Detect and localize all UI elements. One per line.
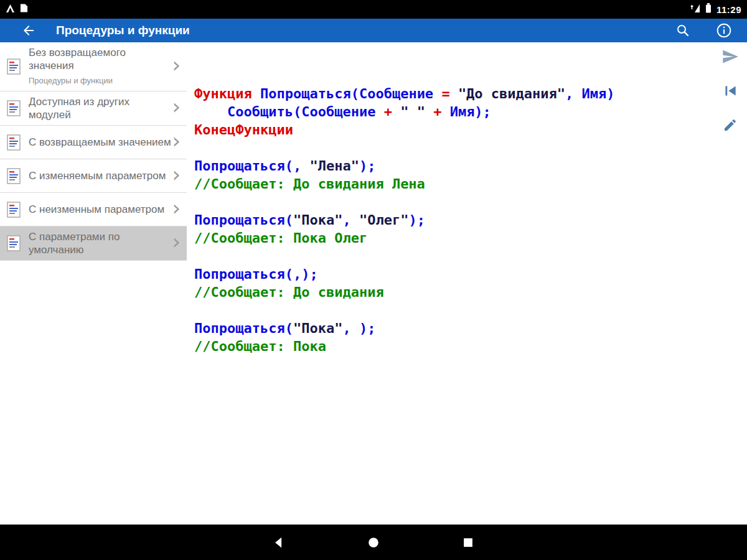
code-line: //Сообщает: Пока	[194, 337, 747, 355]
code-line: Попрощаться(, "Лена");	[194, 157, 747, 175]
code-line: Попрощаться("Пока", "Олег");	[194, 211, 747, 229]
nav-home-icon	[367, 536, 380, 549]
app-notification-icon	[6, 4, 15, 16]
code-toolbar	[721, 47, 740, 134]
status-clock: 11:29	[716, 4, 741, 15]
sidebar-item[interactable]: Доступная из других модулей›	[0, 91, 187, 126]
sidebar-item[interactable]: С изменяемым параметром›	[0, 159, 187, 193]
chevron-right-icon: ›	[172, 134, 186, 151]
code-line: //Сообщает: До свидания	[194, 283, 747, 301]
sidebar-item[interactable]: Без возвращаемого значенияПроцедуры и фу…	[0, 42, 187, 91]
status-system-icons: 11:29	[688, 3, 741, 16]
code-line: КонецФункции	[194, 121, 747, 139]
nav-back-button[interactable]	[271, 534, 287, 551]
code-page-icon	[6, 235, 22, 252]
sidebar-item-title: С возвращаемым значением	[29, 136, 171, 148]
send-button[interactable]	[721, 47, 740, 66]
edit-icon	[723, 118, 738, 133]
edit-button[interactable]	[721, 116, 740, 134]
code-line: //Сообщает: Пока Олег	[194, 229, 747, 247]
nav-recents-button[interactable]	[460, 534, 476, 551]
info-button[interactable]	[715, 21, 733, 40]
sidebar-item-title: С параметрами по умолчанию	[29, 231, 120, 256]
sidebar-item[interactable]: С параметрами по умолчанию›	[0, 226, 187, 261]
sidebar-item-title: С неизменным параметром	[29, 203, 164, 215]
code-line: Функция Попрощаться(Сообщение = "До свид…	[194, 85, 747, 103]
info-icon	[716, 22, 732, 39]
sidebar: Без возвращаемого значенияПроцедуры и фу…	[0, 42, 187, 525]
code-page-icon	[6, 100, 22, 117]
nav-home-button[interactable]	[365, 534, 382, 551]
battery-icon	[705, 3, 712, 16]
code-page-icon	[6, 58, 22, 75]
file-notification-icon	[20, 3, 28, 16]
chevron-right-icon: ›	[172, 168, 186, 184]
back-button[interactable]	[17, 19, 40, 42]
network-signal-icon	[688, 3, 700, 16]
sidebar-item-title: Доступная из других модулей	[29, 96, 129, 121]
chevron-right-icon: ›	[172, 235, 186, 251]
skip-to-start-button[interactable]	[721, 82, 740, 100]
skip-to-start-icon	[722, 83, 738, 99]
sidebar-item[interactable]: С неизменным параметром›	[0, 193, 187, 226]
app-bar: Процедуры и функции	[0, 19, 747, 42]
chevron-right-icon: ›	[172, 202, 186, 218]
code-line	[194, 193, 747, 211]
nav-back-icon	[272, 536, 286, 549]
app-bar-actions	[674, 21, 733, 40]
code-area: Функция Попрощаться(Сообщение = "До свид…	[187, 42, 747, 525]
code-line	[194, 139, 747, 157]
code-line	[194, 301, 747, 319]
code-page-icon	[6, 167, 22, 185]
code-line: Попрощаться("Пока", );	[194, 319, 747, 337]
page-title: Процедуры и функции	[56, 24, 674, 37]
code-line: Сообщить(Сообщение + " " + Имя);	[194, 103, 747, 121]
search-button[interactable]	[674, 21, 692, 40]
code-line: //Сообщает: До свидания Лена	[194, 175, 747, 193]
sidebar-item[interactable]: С возвращаемым значением›	[0, 126, 187, 159]
screen: { "status_bar": { "time": "11:29" }, "ap…	[0, 0, 747, 560]
sidebar-item-title: Без возвращаемого значения	[29, 47, 126, 72]
send-icon	[721, 48, 739, 65]
code-page-icon	[6, 201, 22, 218]
android-nav-bar	[0, 525, 747, 560]
code-block: Функция Попрощаться(Сообщение = "До свид…	[194, 85, 747, 355]
code-line	[194, 247, 747, 265]
chevron-right-icon: ›	[172, 100, 186, 116]
sidebar-item-title: С изменяемым параметром	[29, 170, 166, 182]
status-notification-icons	[6, 3, 28, 16]
code-page-icon	[6, 134, 22, 151]
nav-recents-icon	[461, 536, 475, 549]
code-line: Попрощаться(,);	[194, 265, 747, 283]
search-icon	[675, 23, 690, 38]
sidebar-item-subtitle: Процедуры и функции	[29, 74, 172, 87]
content: Без возвращаемого значенияПроцедуры и фу…	[0, 42, 747, 525]
chevron-right-icon: ›	[172, 58, 186, 75]
status-bar: 11:29	[0, 0, 747, 19]
back-arrow-icon	[21, 23, 36, 38]
